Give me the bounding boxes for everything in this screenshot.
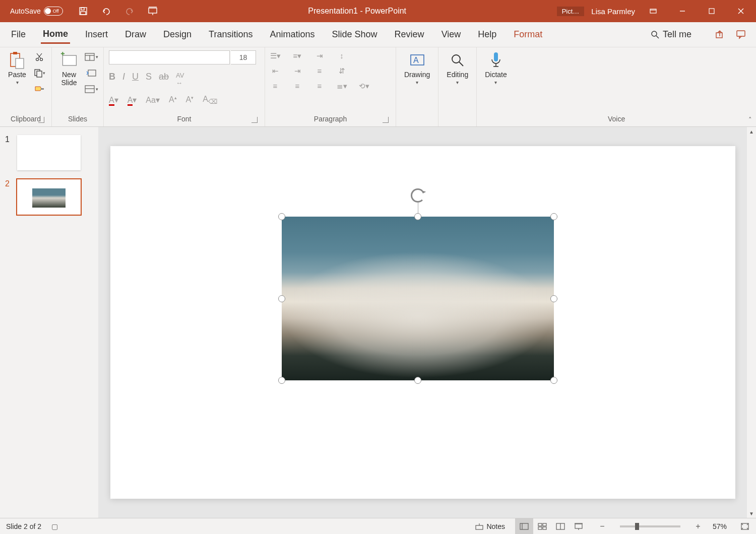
scroll-up-icon[interactable]: ▲ — [747, 127, 756, 136]
tab-view[interactable]: View — [439, 26, 463, 43]
editing-button[interactable]: Editing ▾ — [444, 50, 471, 86]
italic-button[interactable]: I — [122, 72, 125, 87]
bullets-icon[interactable]: ☰▾ — [270, 51, 280, 60]
zoom-level[interactable]: 57% — [713, 522, 727, 530]
save-icon[interactable] — [78, 6, 88, 16]
bold-button[interactable]: B — [109, 72, 115, 87]
list-level-icon[interactable]: ⇥ — [314, 51, 325, 60]
resize-handle-bl[interactable] — [278, 377, 285, 384]
thumbnail-1[interactable]: 1 — [5, 135, 93, 170]
clear-format-icon[interactable]: A⌫ — [203, 95, 217, 105]
copy-icon[interactable]: ▾ — [32, 66, 46, 80]
slide-thumbnails[interactable]: 1 2 — [0, 127, 98, 518]
tab-insert[interactable]: Insert — [83, 26, 110, 43]
align-right-icon[interactable]: ≡ — [314, 82, 325, 91]
new-slide-button[interactable]: New Slide — [57, 50, 81, 88]
notes-button[interactable]: Notes — [475, 522, 505, 530]
decrease-indent-icon[interactable]: ⇤ — [270, 66, 280, 76]
tab-animations[interactable]: Animations — [268, 26, 317, 43]
tab-help[interactable]: Help — [476, 26, 498, 43]
normal-view-icon[interactable] — [515, 518, 533, 535]
spacing-button[interactable]: AV↔ — [176, 72, 184, 87]
drawing-button[interactable]: A Drawing ▾ — [401, 50, 433, 86]
font-name-input[interactable] — [109, 50, 230, 64]
cut-icon[interactable] — [32, 50, 46, 63]
user-name[interactable]: Lisa Parmley — [591, 7, 635, 16]
text-direction-icon[interactable]: ⇵ — [337, 66, 347, 76]
present-icon[interactable] — [148, 6, 158, 16]
collapse-ribbon-icon[interactable]: ˄ — [748, 116, 752, 123]
close-icon[interactable] — [730, 0, 752, 22]
font-color-icon[interactable]: A▾ — [128, 95, 137, 105]
line-spacing-icon[interactable]: ↕ — [337, 51, 347, 60]
zoom-slider-knob[interactable] — [635, 523, 639, 530]
dictate-button[interactable]: Dictate ▾ — [482, 50, 510, 86]
clipboard-launcher[interactable] — [38, 117, 44, 123]
strike-button[interactable]: ab — [159, 72, 169, 87]
resize-handle-t[interactable] — [414, 213, 421, 220]
redo-icon[interactable] — [124, 6, 135, 16]
slide-canvas-area[interactable] — [98, 127, 747, 518]
smartart-icon[interactable]: ⟲▾ — [359, 82, 369, 91]
underline-button[interactable]: U — [132, 72, 139, 87]
spell-check-icon[interactable]: ▢ — [51, 522, 58, 530]
selected-image[interactable] — [282, 217, 554, 380]
ribbon-display-icon[interactable] — [642, 0, 664, 22]
zoom-out-button[interactable]: − — [598, 522, 607, 531]
tab-review[interactable]: Review — [393, 26, 426, 43]
comments-icon[interactable] — [736, 29, 747, 40]
increase-indent-icon[interactable]: ⇥ — [292, 66, 302, 76]
align-center-icon[interactable]: ≡ — [292, 82, 302, 91]
grow-font-icon[interactable]: A▴ — [169, 95, 177, 104]
mountain-image[interactable] — [282, 217, 554, 380]
shadow-button[interactable]: S — [146, 72, 152, 87]
columns-icon[interactable]: ≣▾ — [337, 82, 347, 91]
autosave-switch[interactable]: Off — [44, 7, 63, 16]
tab-format[interactable]: Format — [512, 26, 544, 43]
change-case-icon[interactable]: Aa▾ — [146, 95, 160, 105]
font-color-underline-icon[interactable]: A▾ — [109, 95, 118, 105]
tab-draw[interactable]: Draw — [123, 26, 148, 43]
zoom-in-button[interactable]: + — [694, 522, 703, 531]
minimize-icon[interactable] — [671, 0, 694, 22]
maximize-icon[interactable] — [701, 0, 723, 22]
resize-handle-l[interactable] — [278, 295, 285, 302]
tab-design[interactable]: Design — [161, 26, 194, 43]
thumbnail-2[interactable]: 2 — [5, 179, 93, 215]
resize-handle-tr[interactable] — [550, 213, 557, 220]
slide[interactable] — [110, 146, 735, 499]
autosave-state: Off — [53, 9, 59, 14]
resize-handle-tl[interactable] — [278, 213, 285, 220]
align-left-icon[interactable]: ≡ — [270, 82, 280, 91]
tab-home[interactable]: Home — [41, 26, 70, 44]
resize-handle-r[interactable] — [550, 295, 557, 302]
tab-file[interactable]: File — [9, 26, 28, 43]
format-painter-icon[interactable] — [32, 83, 46, 96]
tab-slideshow[interactable]: Slide Show — [330, 26, 380, 43]
scroll-down-icon[interactable]: ▼ — [747, 509, 756, 518]
numbering-icon[interactable]: ≡▾ — [292, 51, 302, 60]
zoom-slider[interactable] — [620, 525, 680, 527]
autosave-toggle[interactable]: AutoSave Off — [10, 7, 63, 16]
tell-me-search[interactable]: Tell me — [651, 29, 691, 40]
reading-view-icon[interactable] — [551, 518, 570, 535]
sorter-view-icon[interactable] — [533, 518, 551, 535]
font-size-input[interactable]: 18 — [231, 50, 256, 64]
paste-button[interactable]: Paste ▾ — [5, 50, 29, 86]
resize-handle-br[interactable] — [550, 377, 557, 384]
rotate-handle[interactable] — [411, 188, 425, 203]
shrink-font-icon[interactable]: A▾ — [186, 95, 194, 104]
undo-icon[interactable] — [101, 6, 111, 16]
slideshow-view-icon[interactable] — [570, 518, 588, 535]
paragraph-launcher[interactable] — [383, 117, 389, 123]
font-launcher[interactable] — [251, 117, 258, 123]
tab-transitions[interactable]: Transitions — [207, 26, 255, 43]
fit-window-icon[interactable] — [741, 523, 750, 530]
vertical-scrollbar[interactable]: ▲ ▼ — [747, 127, 756, 518]
share-icon[interactable] — [715, 29, 726, 40]
resize-handle-b[interactable] — [414, 377, 421, 384]
reset-icon[interactable] — [84, 66, 98, 80]
section-icon[interactable]: ▾ — [84, 83, 98, 96]
layout-icon[interactable]: ▾ — [84, 50, 98, 63]
ltr-icon[interactable]: ≡ — [314, 66, 325, 76]
